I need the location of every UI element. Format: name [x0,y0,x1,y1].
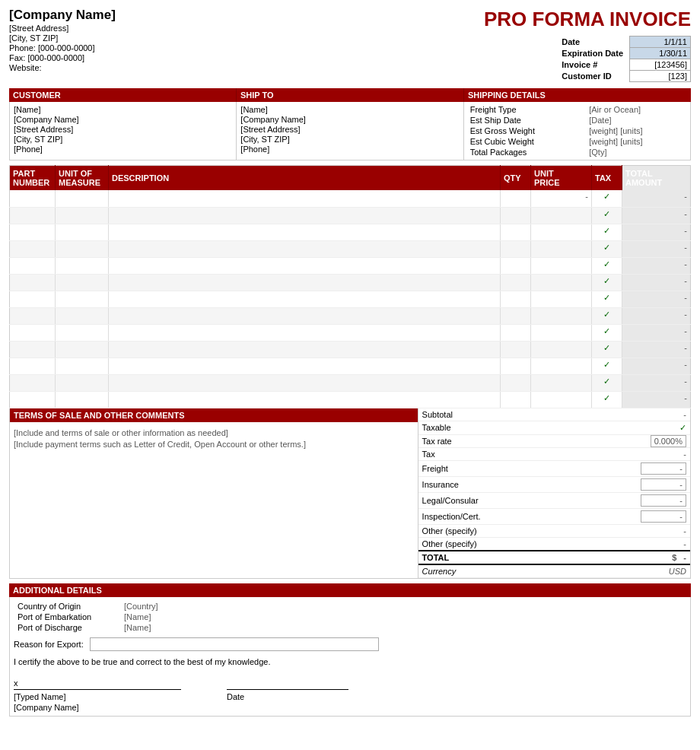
company-street: [Street Address] [9,24,463,33]
freight-type-value: [Air or Ocean] [587,104,686,115]
header-right: PRO FORMA INVOICE Date 1/1/11 Expiration… [463,8,691,82]
signature-row: x [Typed Name] [Company Name] x Date [14,678,686,712]
table-cell [10,291,56,307]
table-row: ✓- [10,274,691,291]
table-cell: - [622,257,691,274]
terms-col: TERMS OF SALE AND OTHER COMMENTS [Includ… [9,408,418,579]
table-cell [109,274,501,291]
ship-date-label: Est Ship Date [468,115,587,126]
currency-label: Currency [418,564,569,578]
invoice-title: PRO FORMA INVOICE [463,8,691,31]
table-row: ✓- [10,341,691,358]
table-cell [501,240,531,257]
table-cell: ✓ [592,190,622,207]
table-cell [531,307,592,324]
additional-header: ADDITIONAL DETAILS [9,583,691,597]
table-cell [10,391,56,408]
table-cell: ✓ [592,358,622,374]
signature-line [14,689,181,690]
table-cell [56,224,109,240]
table-row: ✓- [10,358,691,374]
subtotal-label: Subtotal [418,408,569,421]
col-header-part: PART NUMBER [10,166,56,191]
table-cell: - [622,307,691,324]
items-table: PART NUMBER UNIT OF MEASURE DESCRIPTION … [9,165,691,408]
terms-line2: [Include payment terms such as Letter of… [14,440,414,449]
gross-weight-value: [weight] [units] [587,126,686,136]
currency-value: USD [569,564,690,578]
cubic-weight-label: Est Cubic Weight [468,136,587,147]
table-cell [501,274,531,291]
packages-value: [Qty] [587,147,686,157]
col-header-total: TOTAL AMOUNT [622,166,691,191]
table-cell [56,207,109,224]
invoice-header: [Company Name] [Street Address] [City, S… [9,8,691,82]
table-cell [501,207,531,224]
shipto-phone: [Phone] [240,145,459,154]
reason-row: Reason for Export: [14,637,686,651]
table-cell: ✓ [592,324,622,341]
totals-table: Subtotal - Taxable ✓ Tax rate 0.000% Tax… [418,408,690,578]
table-cell [501,291,531,307]
col-header-uom: UNIT OF MEASURE [56,166,109,191]
shipto-header: SHIP TO [237,88,464,102]
table-row: ✓- [10,307,691,324]
table-cell [10,190,56,207]
table-row: ✓- [10,257,691,274]
table-row: ✓- [10,291,691,307]
insurance-value: - [569,476,690,492]
terms-line1: [Include and terms of sale or other info… [14,428,414,437]
table-cell [56,307,109,324]
table-cell: - [622,374,691,391]
table-cell [56,190,109,207]
insurance-label: Insurance [418,476,569,492]
table-cell: - [622,324,691,341]
reason-input[interactable] [90,637,379,651]
expiration-label: Expiration Date [559,48,629,59]
table-cell [56,391,109,408]
other1-label: Other (specify) [418,524,569,537]
shipto-city: [City, ST ZIP] [240,135,459,144]
legal-label: Legal/Consular [418,492,569,508]
table-row: ✓- [10,224,691,240]
company-city: [City, ST ZIP] [9,33,463,43]
table-cell: ✓ [592,257,622,274]
date-sig-label: Date [227,692,348,701]
taxable-value: ✓ [569,421,690,434]
cubic-weight-value: [weight] [units] [587,136,686,147]
shipping-col: Freight Type [Air or Ocean] Est Ship Dat… [464,102,690,160]
table-cell: - [531,190,592,207]
table-cell [10,324,56,341]
info-headers: CUSTOMER SHIP TO SHIPPING DETAILS [9,88,691,102]
table-cell [56,291,109,307]
company-phone: Phone: [000-000-0000] [9,43,463,52]
company-name: [Company Name] [9,8,463,23]
company-info: [Company Name] [Street Address] [City, S… [9,8,463,73]
bottom-section: TERMS OF SALE AND OTHER COMMENTS [Includ… [9,408,691,579]
table-cell [10,240,56,257]
customer-col: [Name] [Company Name] [Street Address] [… [10,102,237,160]
table-cell [531,341,592,358]
subtotal-value: - [569,408,690,421]
table-cell [10,207,56,224]
table-cell [10,307,56,324]
table-cell [56,240,109,257]
table-cell [531,324,592,341]
customer-header: CUSTOMER [9,88,237,102]
table-cell [10,274,56,291]
table-cell [531,291,592,307]
origin-label: Country of Origin [14,601,120,612]
table-cell: ✓ [592,240,622,257]
table-cell [531,207,592,224]
col-header-price: UNIT PRICE [531,166,592,191]
table-cell [109,341,501,358]
table-cell: - [622,341,691,358]
inspection-label: Inspection/Cert. [418,508,569,524]
company-website: Website: [9,63,463,72]
legal-value: - [569,492,690,508]
freight-label: Freight [418,460,569,476]
discharge-label: Port of Discharge [14,622,120,633]
date-value: 1/1/11 [630,37,691,48]
taxable-label: Taxable [418,421,569,434]
freight-type-label: Freight Type [468,104,587,115]
